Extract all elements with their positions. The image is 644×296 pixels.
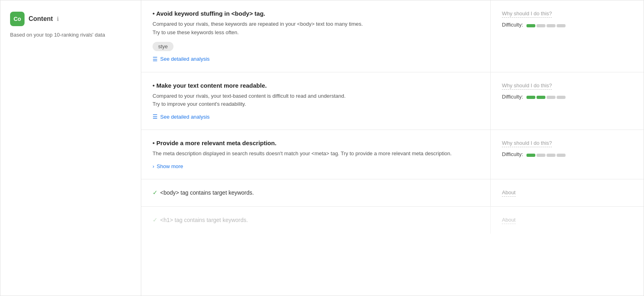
info-icon[interactable]: ℹ bbox=[57, 16, 59, 22]
diff-bar2-3 bbox=[547, 96, 555, 99]
row5-about-link[interactable]: About bbox=[502, 217, 516, 224]
row2-aside: Why should I do this? Difficulty: bbox=[491, 72, 644, 130]
row5-body: ✓ <h1> tag contains target keywords. bbox=[141, 207, 491, 234]
row2-difficulty-bars bbox=[526, 96, 566, 99]
document-icon-2: ☰ bbox=[153, 113, 158, 120]
diff-bar3-4 bbox=[557, 154, 566, 157]
row1-title: • Avoid keyword stuffing in <body> tag. bbox=[153, 10, 479, 17]
check-icon-2: ✓ bbox=[153, 216, 158, 224]
diff-bar2-2 bbox=[537, 96, 545, 99]
diff-bar-4 bbox=[557, 24, 566, 27]
row4-check-text: <body> tag contains target keywords. bbox=[160, 189, 254, 196]
row3-why-link[interactable]: Why should I do this? bbox=[502, 140, 552, 147]
diff-bar-3 bbox=[547, 24, 555, 27]
row4-body: ✓ <body> tag contains target keywords. bbox=[141, 179, 491, 206]
row3-difficulty-bars bbox=[526, 154, 566, 157]
sidebar-title: Content bbox=[29, 15, 53, 23]
row1-difficulty-bars bbox=[526, 24, 566, 27]
row3-difficulty: Difficulty: bbox=[502, 151, 632, 159]
sidebar: Co Content ℹ Based on your top 10-rankin… bbox=[0, 0, 141, 296]
main-content: • Avoid keyword stuffing in <body> tag. … bbox=[141, 0, 644, 296]
row5-check-text: <h1> tag contains target keywords. bbox=[160, 217, 248, 223]
row3-body: • Provide a more relevant meta descripti… bbox=[141, 130, 491, 179]
chevron-right-icon: › bbox=[153, 163, 154, 169]
document-icon: ☰ bbox=[153, 56, 158, 62]
diff-bar2-1 bbox=[526, 96, 535, 99]
row1-desc: Compared to your rivals, these keywords … bbox=[153, 20, 479, 37]
bullet1: • bbox=[153, 10, 156, 17]
row3-title: • Provide a more relevant meta descripti… bbox=[153, 140, 479, 146]
row1-tag: stye bbox=[153, 42, 173, 51]
diff-bar3-2 bbox=[537, 154, 545, 157]
sidebar-description: Based on your top 10-ranking rivals' dat… bbox=[10, 31, 131, 39]
diff-bar3-1 bbox=[526, 154, 535, 157]
content-icon: Co bbox=[10, 12, 25, 26]
row2-difficulty-label: Difficulty: bbox=[502, 94, 523, 100]
row2-title: • Make your text content more readable. bbox=[153, 82, 479, 89]
row-meta-description: • Provide a more relevant meta descripti… bbox=[141, 130, 644, 179]
check-icon-1: ✓ bbox=[153, 189, 158, 196]
row3-difficulty-label: Difficulty: bbox=[502, 151, 523, 157]
row2-why-link[interactable]: Why should I do this? bbox=[502, 82, 552, 90]
row2-analysis-link[interactable]: ☰ See detailed analysis bbox=[153, 113, 210, 120]
row4-about-link[interactable]: About bbox=[502, 189, 516, 197]
row2-body: • Make your text content more readable. … bbox=[141, 72, 491, 130]
bullet2: • bbox=[153, 82, 156, 89]
row3-desc: The meta description displayed in search… bbox=[153, 150, 479, 158]
sidebar-header: Co Content ℹ bbox=[10, 12, 131, 26]
row1-difficulty: Difficulty: bbox=[502, 22, 632, 29]
diff-bar-1 bbox=[526, 24, 535, 27]
row4-aside: About bbox=[491, 179, 644, 206]
row-keyword-stuffing: • Avoid keyword stuffing in <body> tag. … bbox=[141, 0, 644, 72]
row5-aside: About bbox=[491, 207, 644, 234]
bullet3: • bbox=[153, 140, 156, 146]
row1-aside: Why should I do this? Difficulty: bbox=[491, 0, 644, 72]
row2-desc: Compared to your rivals, your text-based… bbox=[153, 92, 479, 109]
show-more-link[interactable]: › Show more bbox=[153, 163, 183, 169]
row3-aside: Why should I do this? Difficulty: bbox=[491, 130, 644, 179]
row1-body: • Avoid keyword stuffing in <body> tag. … bbox=[141, 0, 491, 72]
row1-analysis-link[interactable]: ☰ See detailed analysis bbox=[153, 56, 210, 62]
row-readable: • Make your text content more readable. … bbox=[141, 72, 644, 130]
diff-bar-2 bbox=[537, 24, 545, 27]
row-body-keywords: ✓ <body> tag contains target keywords. A… bbox=[141, 179, 644, 207]
row1-why-link[interactable]: Why should I do this? bbox=[502, 10, 552, 18]
row-h1-keywords: ✓ <h1> tag contains target keywords. Abo… bbox=[141, 207, 644, 234]
row1-difficulty-label: Difficulty: bbox=[502, 22, 523, 28]
diff-bar2-4 bbox=[557, 96, 566, 99]
diff-bar3-3 bbox=[547, 154, 555, 157]
row2-difficulty: Difficulty: bbox=[502, 94, 632, 101]
